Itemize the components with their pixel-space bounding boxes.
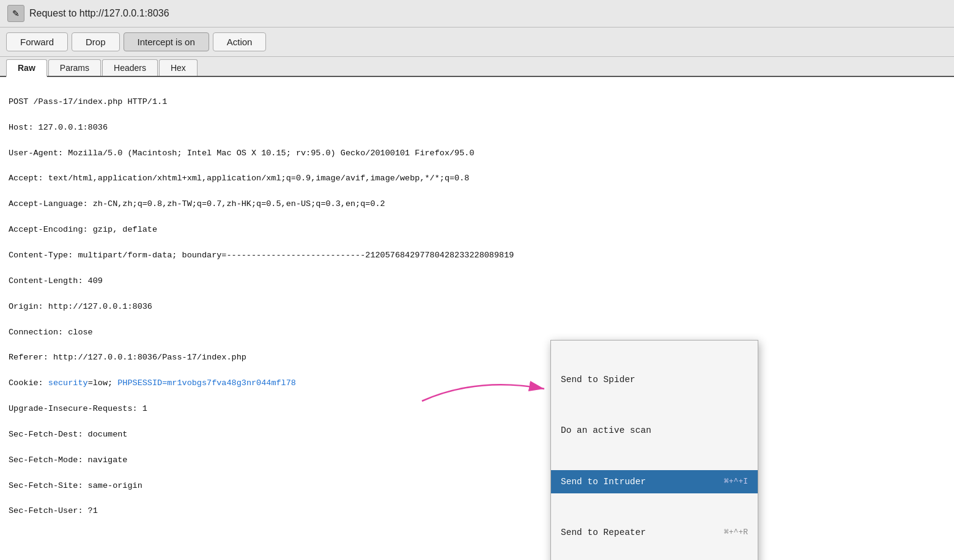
tab-hex[interactable]: Hex [159,59,198,76]
sec-fetch-site-line: Sec-Fetch-Site: same-origin [9,481,142,490]
ctx-active-scan[interactable]: Do an active scan [551,419,758,442]
title-bar: ✎ Request to http://127.0.0.1:8036 [0,0,954,28]
useragent-line: User-Agent: Mozilla/5.0 (Macintosh; Inte… [9,149,475,158]
intercept-button[interactable]: Intercept is on [124,32,209,51]
content-type-line: Content-Type: multipart/form-data; bound… [9,251,514,260]
upgrade-line: Upgrade-Insecure-Requests: 1 [9,404,147,413]
ctx-send-to-repeater[interactable]: Send to Repeater ⌘+^+R [551,521,758,544]
sec-fetch-mode-line: Sec-Fetch-Mode: navigate [9,455,127,465]
tab-params[interactable]: Params [48,59,101,76]
tab-headers[interactable]: Headers [102,59,158,76]
sec-fetch-dest-line: Sec-Fetch-Dest: document [9,430,127,439]
cookie-line: Cookie: security=low; PHPSESSID=mr1vobgs… [9,378,296,388]
ctx-send-to-intruder[interactable]: Send to Intruder ⌘+^+I [551,470,758,493]
context-menu: Send to Spider Do an active scan Send to… [550,340,758,560]
blank1 [9,545,13,554]
arrow-pointer [416,370,550,407]
accept-lang-line: Accept-Language: zh-CN,zh;q=0.8,zh-TW;q=… [9,199,385,208]
host-line: Host: 127.0.0.1:8036 [9,123,108,132]
accept-line: Accept: text/html,application/xhtml+xml,… [9,174,469,183]
origin-line: Origin: http://127.0.0.1:8036 [9,302,152,311]
drop-button[interactable]: Drop [72,32,120,51]
referer-line: Referer: http://127.0.0.1:8036/Pass-17/i… [9,353,246,362]
accept-enc-line: Accept-Encoding: gzip, deflate [9,225,157,234]
sec-fetch-user-line: Sec-Fetch-User: ?1 [9,506,98,515]
toolbar: Forward Drop Intercept is on Action [0,28,954,57]
connection-line: Connection: close [9,328,93,337]
tabs-bar: Raw Params Headers Hex [0,57,954,77]
request-body[interactable]: POST /Pass-17/index.php HTTP/1.1 Host: 1… [0,77,954,560]
tab-raw[interactable]: Raw [6,59,47,77]
title-text: Request to http://127.0.0.1:8036 [29,8,169,19]
forward-button[interactable]: Forward [6,32,68,51]
title-icon: ✎ [7,5,24,22]
action-button[interactable]: Action [213,32,267,51]
ctx-send-to-spider[interactable]: Send to Spider [551,368,758,391]
content-length-line: Content-Length: 409 [9,276,103,286]
request-line: POST /Pass-17/index.php HTTP/1.1 [9,97,167,106]
